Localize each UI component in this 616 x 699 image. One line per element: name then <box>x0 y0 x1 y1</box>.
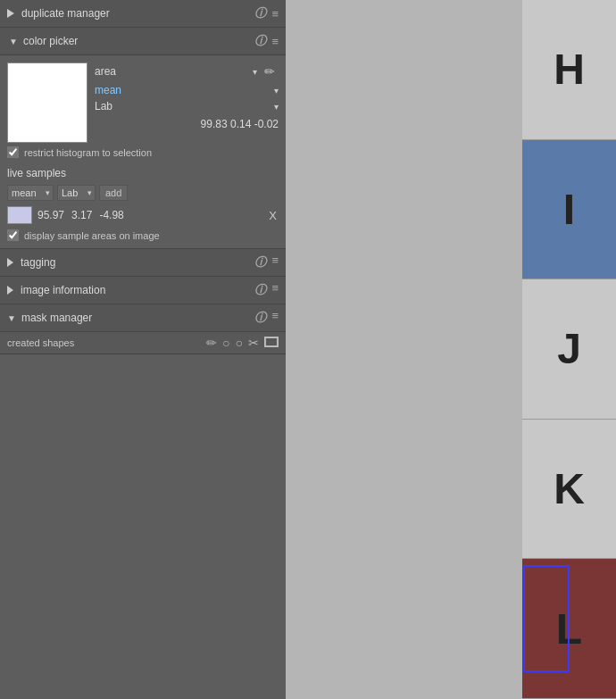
cp-mean-label: mean <box>95 84 271 96</box>
duplicate-manager-title: duplicate manager <box>21 7 254 20</box>
ls-remove-button[interactable]: X <box>267 209 279 222</box>
viewport-selection-indicator <box>523 565 570 672</box>
ls-add-button[interactable]: add <box>99 185 128 201</box>
image-info-header-icons: ⓘ ≡ <box>254 282 279 298</box>
circle-icon-1[interactable]: ○ <box>222 336 229 350</box>
duplicate-manager-info-icon[interactable]: ⓘ <box>254 5 266 21</box>
tagging-header[interactable]: tagging ⓘ ≡ <box>0 249 286 277</box>
mask-manager-header[interactable]: ▼ mask manager ⓘ ≡ <box>0 304 286 332</box>
mask-manager-title: mask manager <box>21 312 255 324</box>
image-information-header[interactable]: image information ⓘ ≡ <box>0 277 286 304</box>
cp-mean-row: mean ▾ <box>95 84 279 96</box>
tagging-info-icon[interactable]: ⓘ <box>254 254 266 270</box>
live-samples-controls: mean ▾ Lab ▾ add <box>7 185 279 201</box>
shapes-canvas <box>0 354 286 699</box>
restrict-histogram-label: restrict histogram to selection <box>24 147 152 158</box>
ls-sample-row: 95.97 3.17 -4.98 X <box>7 206 279 224</box>
letter-j: J <box>557 324 581 373</box>
pencil-icon[interactable]: ✏ <box>206 336 217 350</box>
left-panel: duplicate manager ⓘ ≡ ▼ color picker ⓘ ≡… <box>0 0 286 699</box>
letter-i: I <box>563 185 575 234</box>
ls-value1: 95.97 <box>37 209 64 221</box>
restrict-histogram-checkbox[interactable] <box>7 146 19 158</box>
letter-k: K <box>554 464 585 513</box>
color-picker-controls: area ▾ ✏ mean ▾ Lab ▾ 99.83 0.14 -0.02 <box>95 62 279 130</box>
live-samples-title: live samples <box>7 167 279 179</box>
ls-value2: 3.17 <box>71 209 92 221</box>
cp-mean-dropdown-arrow: ▾ <box>274 86 279 96</box>
image-info-menu-icon[interactable]: ≡ <box>271 282 279 298</box>
rectangle-icon[interactable] <box>264 336 279 350</box>
color-picker-header[interactable]: ▼ color picker ⓘ ≡ <box>0 28 286 55</box>
color-picker-menu-icon[interactable]: ≡ <box>271 36 279 47</box>
ls-value3: -4.98 <box>99 209 123 221</box>
path-icon[interactable]: ✂ <box>248 336 259 350</box>
color-picker-body: area ▾ ✏ mean ▾ Lab ▾ 99.83 0.14 -0.02 <box>0 55 286 249</box>
cp-area-dropdown-arrow: ▾ <box>253 67 257 77</box>
ls-sample-values: 95.97 3.17 -4.98 <box>37 209 262 221</box>
cp-area-label: area <box>95 65 249 78</box>
play-icon <box>7 9 14 18</box>
eyedropper-icon[interactable]: ✏ <box>261 62 279 80</box>
duplicate-manager-header[interactable]: duplicate manager ⓘ ≡ <box>0 0 286 28</box>
image-info-expand-icon <box>7 286 13 295</box>
cp-lab-row: Lab ▾ <box>95 100 279 112</box>
letter-cell-i: I <box>522 140 616 280</box>
cp-lab-values: 99.83 0.14 -0.02 <box>95 118 279 130</box>
display-sample-checkbox[interactable] <box>7 229 19 241</box>
image-info-info-icon[interactable]: ⓘ <box>254 282 266 298</box>
color-picker-top-row: area ▾ ✏ mean ▾ Lab ▾ 99.83 0.14 -0.02 <box>7 62 279 143</box>
color-picker-header-icons: ⓘ ≡ <box>254 33 279 49</box>
color-picker-info-icon[interactable]: ⓘ <box>254 33 266 49</box>
shapes-toolbar-label: created shapes <box>7 337 201 348</box>
mask-expand-icon: ▼ <box>7 313 16 323</box>
letter-cell-k: K <box>522 420 616 560</box>
restrict-histogram-row: restrict histogram to selection <box>7 143 279 160</box>
right-area: H I J K L <box>286 0 616 699</box>
ls-lab-select[interactable]: Lab <box>57 185 96 201</box>
color-preview-swatch <box>7 62 87 143</box>
ls-lab-select-wrap: Lab ▾ <box>57 185 96 201</box>
ls-sample-swatch <box>7 206 32 224</box>
duplicate-manager-icons: ⓘ ≡ <box>254 5 279 21</box>
mask-manager-section: ▼ mask manager ⓘ ≡ created shapes ✏ ○ ○ … <box>0 304 286 699</box>
shapes-toolbar: created shapes ✏ ○ ○ ✂ <box>0 332 286 354</box>
letter-cell-h: H <box>522 0 616 140</box>
color-picker-expand-icon: ▼ <box>7 35 20 47</box>
circle-icon-2[interactable]: ○ <box>236 336 243 350</box>
cp-lab-label: Lab <box>95 100 271 112</box>
color-picker-title: color picker <box>23 35 254 47</box>
tagging-menu-icon[interactable]: ≡ <box>271 254 279 270</box>
image-info-title: image information <box>21 284 254 296</box>
mask-manager-menu-icon[interactable]: ≡ <box>271 310 279 326</box>
cp-lab-dropdown-arrow: ▾ <box>274 102 279 112</box>
rectangle-shape <box>264 337 279 347</box>
tagging-title: tagging <box>21 256 254 269</box>
display-sample-row: display sample areas on image <box>7 229 279 241</box>
cp-lab-value-text: 99.83 0.14 -0.02 <box>201 118 279 130</box>
mask-manager-header-icons: ⓘ ≡ <box>254 310 279 326</box>
tagging-expand-icon <box>7 258 13 267</box>
letter-cell-j: J <box>522 279 616 420</box>
ls-mean-select[interactable]: mean <box>7 185 54 201</box>
live-samples-section: live samples mean ▾ Lab ▾ add <box>7 167 279 241</box>
letter-h: H <box>554 45 585 94</box>
tagging-header-icons: ⓘ ≡ <box>254 254 279 270</box>
cp-area-row: area ▾ ✏ <box>95 62 279 80</box>
mask-manager-info-icon[interactable]: ⓘ <box>254 310 266 326</box>
display-sample-label: display sample areas on image <box>24 230 160 241</box>
duplicate-manager-menu-icon[interactable]: ≡ <box>271 8 279 20</box>
ls-mean-select-wrap: mean ▾ <box>7 185 54 201</box>
